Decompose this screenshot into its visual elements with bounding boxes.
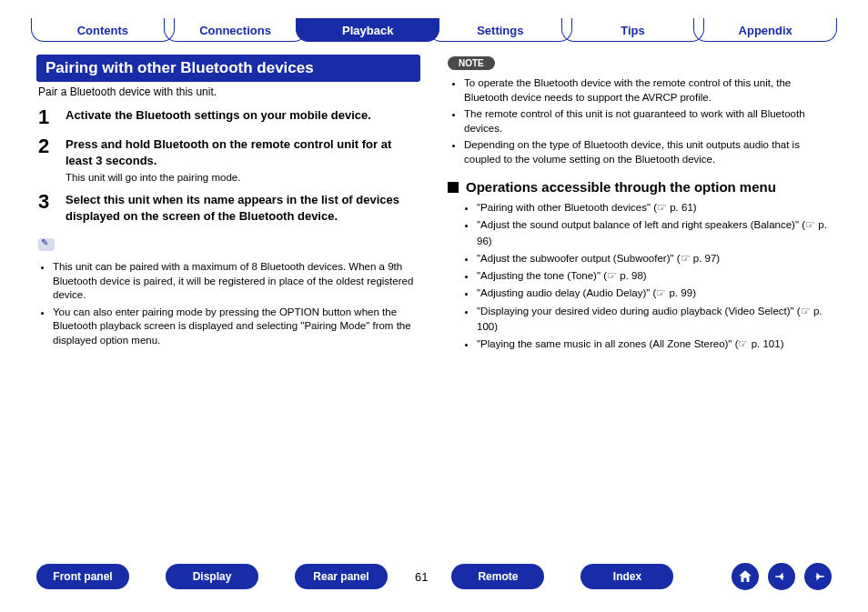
note-item: The remote control of this unit is not g… — [464, 107, 832, 135]
tab-label: Settings — [477, 24, 523, 37]
tab-appendix[interactable]: Appendix — [699, 18, 832, 42]
tab-label: Connections — [199, 24, 271, 37]
page-number: 61 — [415, 570, 428, 584]
note-item: To operate the Bluetooth device with the… — [464, 76, 832, 105]
section-header: Pairing with other Bluetooth devices — [36, 55, 420, 82]
ops-item[interactable]: "Pairing with other Bluetooth devices" (… — [477, 200, 832, 216]
ops-item[interactable]: "Adjust the sound output balance of left… — [477, 217, 832, 249]
footer-link-remote[interactable]: Remote — [451, 564, 544, 589]
ops-heading: Operations accessible through the option… — [448, 179, 832, 195]
left-column: Pairing with other Bluetooth devices Pai… — [36, 51, 420, 356]
right-column: NOTE To operate the Bluetooth device wit… — [448, 51, 832, 356]
tab-label: Appendix — [739, 24, 792, 37]
step-3: 3 Select this unit when its name appears… — [38, 192, 420, 224]
step-title: Activate the Bluetooth settings on your … — [66, 107, 420, 124]
ops-heading-text: Operations accessible through the option… — [466, 179, 776, 195]
ops-item[interactable]: "Adjusting the tone (Tone)" (☞ p. 98) — [477, 268, 832, 284]
tab-label: Contents — [77, 24, 128, 37]
next-page-icon[interactable] — [804, 563, 832, 590]
ops-item[interactable]: "Displaying your desired video during au… — [477, 304, 832, 336]
prev-page-icon[interactable] — [768, 563, 795, 590]
ops-list: "Pairing with other Bluetooth devices" (… — [448, 200, 832, 352]
footer-link-rear-panel[interactable]: Rear panel — [295, 564, 388, 589]
tip-item: You can also enter pairing mode by press… — [53, 306, 420, 348]
step-title: Select this unit when its name appears i… — [66, 192, 420, 224]
svg-rect-0 — [775, 576, 783, 577]
tab-connections[interactable]: Connections — [169, 18, 302, 42]
tip-icon — [38, 238, 55, 251]
content: Pairing with other Bluetooth devices Pai… — [0, 51, 868, 356]
tab-playback[interactable]: Playback — [301, 18, 434, 42]
svg-rect-1 — [816, 576, 824, 577]
step-2: 2 Press and hold Bluetooth on the remote… — [38, 136, 420, 183]
tab-contents[interactable]: Contents — [36, 18, 169, 42]
home-icon[interactable] — [732, 563, 759, 590]
tab-label: Playback — [342, 24, 393, 37]
tab-label: Tips — [621, 24, 645, 37]
step-subtext: This unit will go into the pairing mode. — [66, 172, 420, 183]
step-number: 3 — [38, 192, 55, 224]
footer-link-front-panel[interactable]: Front panel — [36, 564, 129, 589]
tab-tips[interactable]: Tips — [567, 18, 700, 42]
nav-icons — [732, 563, 832, 590]
ops-item[interactable]: "Playing the same music in all zones (Al… — [477, 336, 832, 352]
top-tabs: Contents Connections Playback Settings T… — [0, 0, 868, 51]
footer: Front panel Display Rear panel 61 Remote… — [36, 563, 832, 590]
note-item: Depending on the type of Bluetooth devic… — [464, 138, 832, 166]
intro-text: Pair a Bluetooth device with this unit. — [38, 85, 420, 98]
tab-settings[interactable]: Settings — [434, 18, 567, 42]
note-badge: NOTE — [448, 56, 495, 70]
step-1: 1 Activate the Bluetooth settings on you… — [38, 107, 420, 127]
footer-link-display[interactable]: Display — [166, 564, 258, 589]
ops-item[interactable]: "Adjusting audio delay (Audio Delay)" (☞… — [477, 286, 832, 301]
footer-link-index[interactable]: Index — [580, 564, 673, 589]
tip-item: This unit can be paired with a maximum o… — [53, 260, 420, 303]
step-number: 1 — [38, 107, 55, 127]
note-bullets: To operate the Bluetooth device with the… — [448, 76, 832, 166]
step-number: 2 — [38, 136, 55, 183]
ops-item[interactable]: "Adjust the subwoofer output (Subwoofer)… — [477, 251, 832, 266]
step-title: Press and hold Bluetooth on the remote c… — [66, 136, 420, 168]
tip-bullets: This unit can be paired with a maximum o… — [36, 260, 420, 347]
square-bullet-icon — [448, 182, 459, 193]
